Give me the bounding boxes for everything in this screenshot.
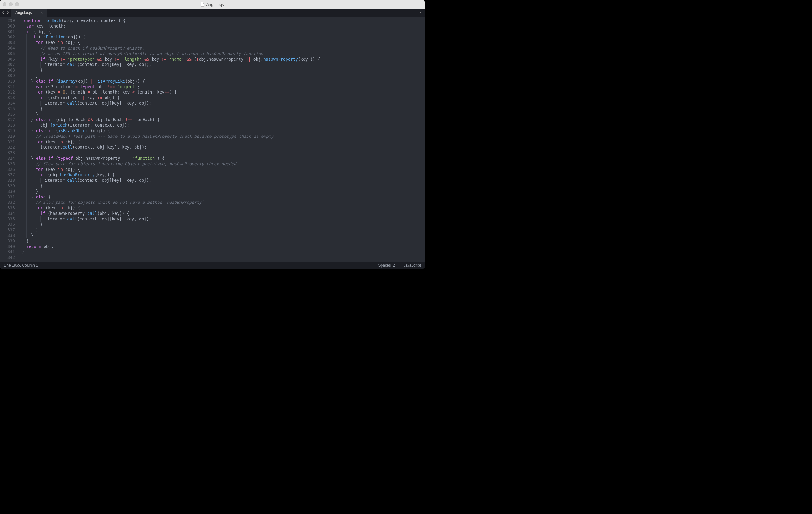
nav-arrows <box>0 9 11 17</box>
line-number: 321 <box>0 139 15 145</box>
line-number: 300 <box>0 24 15 29</box>
code-line[interactable]: for (key in obj) { <box>18 205 425 211</box>
line-number: 335 <box>0 216 15 222</box>
language-mode[interactable]: JavaScript <box>404 263 421 268</box>
code-line[interactable]: } <box>18 112 425 117</box>
code-line[interactable]: if (isFunction(obj)) { <box>18 34 425 40</box>
code-line[interactable]: // Slow path for objects which do not ha… <box>18 200 425 205</box>
code-line[interactable]: } else if (obj.forEach && obj.forEach !=… <box>18 117 425 123</box>
line-number: 340 <box>0 244 15 249</box>
code-content[interactable]: function forEach(obj, iterator, context)… <box>18 17 425 262</box>
line-number: 313 <box>0 95 15 101</box>
line-number: 311 <box>0 84 15 90</box>
code-line[interactable]: iterator.call(context, obj[key], key, ob… <box>18 62 425 67</box>
code-line[interactable]: iterator.call(context, obj[key], key, ob… <box>18 216 425 222</box>
line-number: 307 <box>0 62 15 67</box>
line-number: 302 <box>0 34 15 40</box>
code-line[interactable]: } <box>18 73 425 79</box>
tab-overflow-button[interactable] <box>416 9 425 17</box>
indent-setting[interactable]: Spaces: 2 <box>378 263 395 268</box>
code-line[interactable]: if (hasOwnProperty.call(obj, key)) { <box>18 211 425 216</box>
code-line[interactable]: for (key in obj) { <box>18 139 425 145</box>
file-icon <box>201 2 204 6</box>
nav-forward-button[interactable] <box>6 10 9 16</box>
line-number: 319 <box>0 128 15 134</box>
line-number: 330 <box>0 189 15 194</box>
code-line[interactable]: // as on IE8 the result of querySelector… <box>18 51 425 57</box>
line-number: 317 <box>0 117 15 123</box>
code-line[interactable]: if (obj) { <box>18 29 425 35</box>
line-number: 339 <box>0 238 15 244</box>
line-number: 308 <box>0 67 15 73</box>
code-line[interactable]: } <box>18 150 425 156</box>
status-bar: Line 1865, Column 1 Spaces: 2 JavaScript <box>0 262 425 269</box>
code-line[interactable]: // Need to check if hasOwnProperty exist… <box>18 46 425 51</box>
code-line[interactable]: } <box>18 227 425 233</box>
line-number: 331 <box>0 194 15 200</box>
tab-angular-js[interactable]: Angular.js × <box>11 9 47 17</box>
line-number: 318 <box>0 123 15 128</box>
line-number-gutter: 2993003013023033043053063073083093103113… <box>0 17 18 262</box>
line-number: 301 <box>0 29 15 35</box>
line-number: 341 <box>0 249 15 255</box>
line-number: 329 <box>0 183 15 189</box>
code-line[interactable]: for (key in obj) { <box>18 40 425 46</box>
cursor-position[interactable]: Line 1865, Column 1 <box>4 263 38 268</box>
line-number: 326 <box>0 167 15 172</box>
code-line[interactable]: } <box>18 106 425 112</box>
code-line[interactable]: } else if (isBlankObject(obj)) { <box>18 128 425 134</box>
line-number: 323 <box>0 150 15 156</box>
code-line[interactable]: if (key != 'prototype' && key != 'length… <box>18 57 425 62</box>
code-line[interactable]: for (key = 0, length = obj.length; key <… <box>18 89 425 95</box>
code-line[interactable]: } <box>18 238 425 244</box>
code-line[interactable]: for (key in obj) { <box>18 167 425 172</box>
code-line[interactable]: iterator.call(context, obj[key], key, ob… <box>18 178 425 183</box>
nav-back-button[interactable] <box>2 10 5 16</box>
line-number: 309 <box>0 73 15 79</box>
titlebar: Angular.js <box>0 0 425 9</box>
code-line[interactable]: } <box>18 233 425 238</box>
code-line[interactable]: function forEach(obj, iterator, context)… <box>18 18 425 24</box>
line-number: 327 <box>0 172 15 178</box>
code-line[interactable] <box>18 255 425 261</box>
code-line[interactable]: } <box>18 67 425 73</box>
line-number: 328 <box>0 178 15 183</box>
editor-window: Angular.js Angular.js × 2993003013023033… <box>0 0 425 269</box>
line-number: 336 <box>0 222 15 227</box>
code-line[interactable]: } <box>18 222 425 227</box>
code-line[interactable]: // createMap() fast path --- Safe to avo… <box>18 134 425 139</box>
code-line[interactable]: } <box>18 189 425 194</box>
line-number: 310 <box>0 79 15 84</box>
line-number: 314 <box>0 101 15 106</box>
tab-bar: Angular.js × <box>0 9 425 17</box>
code-line[interactable]: obj.forEach(iterator, context, obj); <box>18 123 425 128</box>
line-number: 316 <box>0 112 15 117</box>
code-line[interactable]: // Slow path for objects inheriting Obje… <box>18 161 425 167</box>
tab-close-icon[interactable]: × <box>40 11 43 15</box>
code-line[interactable]: var key, length; <box>18 24 425 29</box>
line-number: 325 <box>0 161 15 167</box>
line-number: 322 <box>0 144 15 150</box>
line-number: 333 <box>0 205 15 211</box>
code-line[interactable]: } else if (typeof obj.hasOwnProperty ===… <box>18 156 425 161</box>
code-line[interactable]: } else if (isArray(obj) || isArrayLike(o… <box>18 79 425 84</box>
line-number: 315 <box>0 106 15 112</box>
line-number: 303 <box>0 40 15 46</box>
line-number: 338 <box>0 233 15 238</box>
line-number: 342 <box>0 255 15 261</box>
code-line[interactable]: var isPrimitive = typeof obj !== 'object… <box>18 84 425 90</box>
code-line[interactable]: if (obj.hasOwnProperty(key)) { <box>18 172 425 178</box>
code-line[interactable]: iterator.call(context, obj[key], key, ob… <box>18 101 425 106</box>
line-number: 332 <box>0 200 15 205</box>
code-line[interactable]: if (isPrimitive || key in obj) { <box>18 95 425 101</box>
code-line[interactable]: } else { <box>18 194 425 200</box>
code-line[interactable]: } <box>18 249 425 255</box>
window-title-text: Angular.js <box>206 2 224 7</box>
code-line[interactable]: return obj; <box>18 244 425 249</box>
line-number: 304 <box>0 46 15 51</box>
line-number: 299 <box>0 18 15 24</box>
code-line[interactable]: } <box>18 183 425 189</box>
editor-area[interactable]: 2993003013023033043053063073083093103113… <box>0 17 425 262</box>
code-line[interactable]: iterator.call(context, obj[key], key, ob… <box>18 144 425 150</box>
line-number: 320 <box>0 134 15 139</box>
